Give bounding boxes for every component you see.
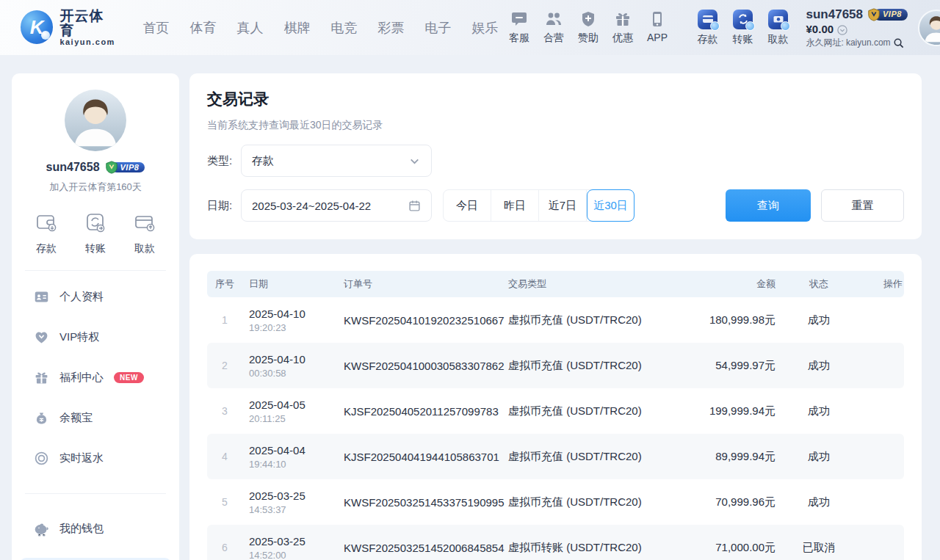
topbar-quick-links: 客服合营赞助优惠APP — [499, 10, 671, 45]
row-transaction-type: 虚拟币充值 (USDT/TRC20) — [499, 404, 689, 418]
row-amount: 199,999.94元 — [689, 404, 776, 418]
sidebar-item-个人资料[interactable]: 个人资料 — [34, 277, 157, 317]
quick-date-今日[interactable]: 今日 — [444, 190, 491, 221]
row-amount: 70,999.96元 — [689, 495, 776, 509]
col-header-操作: 操作 — [862, 277, 904, 291]
vip-shield-icon — [105, 161, 118, 174]
page-body: sun47658 VIP8 加入开云体育第160天 存款转账取款 个人资料VIP… — [0, 55, 940, 560]
quick-date-近30日[interactable]: 近30日 — [587, 189, 634, 222]
type-select[interactable]: 存款 — [241, 145, 432, 177]
row-amount: 180,999.98元 — [689, 313, 776, 327]
reset-button[interactable]: 重置 — [821, 189, 904, 222]
date-range-input[interactable]: 2025-03-24~2025-04-22 — [241, 189, 432, 222]
topbar-link-优惠[interactable]: 优惠 — [610, 10, 637, 45]
mobile-app-icon — [648, 10, 666, 28]
sidebar-menu: 个人资料VIP特权福利中心NEW余额宝实时返水 — [12, 271, 179, 479]
row-status: 已取消 — [776, 541, 862, 555]
rebate-icon — [34, 451, 49, 466]
yuebao-icon — [34, 410, 49, 426]
sidebar-action-取款[interactable]: 取款 — [134, 211, 156, 255]
quick-date-昨日[interactable]: 昨日 — [491, 190, 539, 221]
vip-icon — [34, 330, 49, 345]
quick-date-近7日[interactable]: 近7日 — [539, 190, 587, 221]
nav-item[interactable]: 棋牌 — [284, 19, 311, 37]
transfer-outline-icon — [84, 211, 106, 236]
site-logo[interactable]: K 开云体育 kaiyun.com — [21, 9, 117, 46]
topbar-user-block: sun47658 VIP8 ¥0.00 永久网址: kaiyun.com — [806, 7, 908, 48]
row-index: 5 — [207, 496, 242, 508]
nav-item[interactable]: 彩票 — [378, 19, 405, 37]
row-date: 2025-03-2514:53:37 — [242, 490, 336, 515]
chevron-down-icon — [408, 155, 421, 167]
logo-mark-icon: K — [21, 10, 53, 44]
table-row: 12025-04-1019:20:23KWSF20250410192023251… — [207, 297, 904, 343]
sidebar-item-我的钱包[interactable]: 我的钱包 — [34, 509, 157, 549]
table-row: 62025-03-2514:52:00KWSF20250325145200684… — [207, 525, 904, 560]
balance-amount: ¥0.00 — [806, 23, 834, 37]
type-label: 类型: — [207, 154, 241, 168]
sidebar-username: sun47658 — [46, 161, 100, 174]
deposit-icon — [698, 10, 717, 29]
row-status: 成功 — [776, 359, 862, 373]
topbar-wallet-取款[interactable]: 取款 — [764, 10, 793, 46]
row-order-number: KWSF202504100030583307862 — [336, 360, 499, 372]
sidebar-item-实时返水[interactable]: 实时返水 — [34, 438, 157, 479]
row-transaction-type: 虚拟币充值 (USDT/TRC20) — [499, 495, 689, 509]
topbar-link-合营[interactable]: 合营 — [540, 10, 568, 45]
search-icon[interactable] — [893, 37, 904, 48]
sidebar-quick-actions: 存款转账取款 — [12, 211, 179, 255]
sidebar-item-福利中心[interactable]: 福利中心NEW — [34, 357, 157, 398]
perm-url-value[interactable]: kaiyun.com — [846, 37, 891, 48]
sidebar-item-VIP特权[interactable]: VIP特权 — [34, 317, 157, 357]
customer-service-icon — [510, 10, 528, 28]
row-status: 成功 — [776, 495, 862, 509]
joined-days-text: 加入开云体育第160天 — [12, 181, 179, 194]
nav-item[interactable]: 首页 — [143, 19, 170, 37]
user-avatar[interactable] — [918, 10, 940, 46]
row-index: 6 — [207, 542, 242, 553]
sidebar-action-存款[interactable]: 存款 — [35, 211, 57, 255]
col-header-金额: 金额 — [689, 277, 776, 291]
calendar-icon — [408, 200, 421, 212]
date-filter-row: 日期: 2025-03-24~2025-04-22 今日昨日近7日近30日 查询… — [207, 189, 904, 222]
sponsor-icon — [579, 10, 597, 28]
type-filter-row: 类型: 存款 — [207, 145, 904, 177]
col-header-日期: 日期 — [242, 277, 336, 291]
profile-icon — [34, 289, 49, 305]
row-date: 2025-04-0419:44:10 — [242, 444, 336, 470]
table-row: 52025-03-2514:53:37KWSF20250325145337519… — [207, 479, 904, 525]
row-order-number: KWSF202503251452006845854 — [336, 542, 499, 554]
search-button[interactable]: 查询 — [726, 189, 811, 222]
table-row: 32025-04-0520:11:25KJSF20250405201125709… — [207, 388, 904, 434]
page-subtitle: 当前系统支持查询最近30日的交易记录 — [207, 119, 904, 132]
row-date: 2025-04-0520:11:25 — [242, 399, 336, 424]
balance-dropdown-icon[interactable] — [837, 25, 847, 35]
row-amount: 71,000.00元 — [689, 541, 776, 555]
row-order-number: KWSF202503251453375190995 — [336, 496, 499, 509]
row-date: 2025-04-1000:30:58 — [242, 353, 336, 379]
col-header-订单号: 订单号 — [336, 277, 499, 291]
sidebar-divider — [25, 493, 166, 494]
transfer-icon — [733, 10, 753, 29]
nav-item[interactable]: 体育 — [190, 19, 217, 37]
nav-item[interactable]: 娱乐 — [472, 19, 499, 37]
topbar-link-客服[interactable]: 客服 — [506, 10, 533, 45]
nav-item[interactable]: 真人 — [237, 19, 264, 37]
topbar-wallet-转账[interactable]: 转账 — [728, 10, 758, 46]
partners-icon — [545, 10, 563, 28]
sidebar-avatar[interactable] — [65, 90, 126, 151]
topbar-wallet-存款[interactable]: 存款 — [693, 10, 723, 46]
vip-badge: VIP8 — [867, 8, 908, 21]
row-index: 4 — [207, 451, 242, 462]
sidebar-action-转账[interactable]: 转账 — [84, 211, 106, 255]
topbar-link-APP[interactable]: APP — [644, 10, 671, 45]
deposit-outline-icon — [35, 211, 57, 236]
date-range-value: 2025-03-24~2025-04-22 — [252, 200, 371, 212]
topbar-link-赞助[interactable]: 赞助 — [575, 10, 602, 45]
row-date: 2025-03-2514:52:00 — [242, 535, 336, 560]
sidebar-item-余额宝[interactable]: 余额宝 — [34, 398, 157, 438]
row-transaction-type: 虚拟币充值 (USDT/TRC20) — [499, 313, 689, 327]
nav-item[interactable]: 电子 — [425, 19, 452, 37]
records-table-card: 序号日期订单号交易类型金额状态操作 12025-04-1019:20:23KWS… — [189, 254, 922, 560]
nav-item[interactable]: 电竞 — [331, 19, 358, 37]
